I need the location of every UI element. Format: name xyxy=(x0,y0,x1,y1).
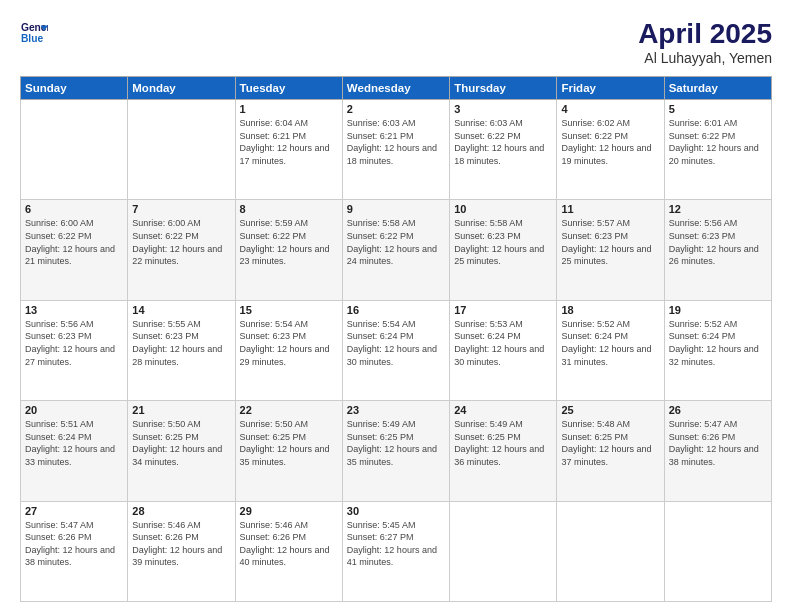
calendar-cell: 5Sunrise: 6:01 AM Sunset: 6:22 PM Daylig… xyxy=(664,100,771,200)
day-info: Sunrise: 6:03 AM Sunset: 6:21 PM Dayligh… xyxy=(347,117,445,167)
calendar-cell: 15Sunrise: 5:54 AM Sunset: 6:23 PM Dayli… xyxy=(235,300,342,400)
day-number: 12 xyxy=(669,203,767,215)
calendar-cell xyxy=(664,501,771,601)
day-number: 11 xyxy=(561,203,659,215)
calendar-body: 1Sunrise: 6:04 AM Sunset: 6:21 PM Daylig… xyxy=(21,100,772,602)
calendar-cell: 27Sunrise: 5:47 AM Sunset: 6:26 PM Dayli… xyxy=(21,501,128,601)
calendar-cell xyxy=(450,501,557,601)
svg-text:Blue: Blue xyxy=(21,33,44,44)
calendar-cell xyxy=(557,501,664,601)
calendar-cell: 2Sunrise: 6:03 AM Sunset: 6:21 PM Daylig… xyxy=(342,100,449,200)
calendar-cell: 11Sunrise: 5:57 AM Sunset: 6:23 PM Dayli… xyxy=(557,200,664,300)
day-info: Sunrise: 5:55 AM Sunset: 6:23 PM Dayligh… xyxy=(132,318,230,368)
calendar-cell: 9Sunrise: 5:58 AM Sunset: 6:22 PM Daylig… xyxy=(342,200,449,300)
day-number: 6 xyxy=(25,203,123,215)
day-number: 22 xyxy=(240,404,338,416)
day-number: 20 xyxy=(25,404,123,416)
day-number: 17 xyxy=(454,304,552,316)
day-info: Sunrise: 5:47 AM Sunset: 6:26 PM Dayligh… xyxy=(25,519,123,569)
day-info: Sunrise: 5:48 AM Sunset: 6:25 PM Dayligh… xyxy=(561,418,659,468)
calendar-cell: 18Sunrise: 5:52 AM Sunset: 6:24 PM Dayli… xyxy=(557,300,664,400)
calendar-cell: 29Sunrise: 5:46 AM Sunset: 6:26 PM Dayli… xyxy=(235,501,342,601)
day-number: 13 xyxy=(25,304,123,316)
day-info: Sunrise: 5:46 AM Sunset: 6:26 PM Dayligh… xyxy=(240,519,338,569)
day-info: Sunrise: 5:58 AM Sunset: 6:22 PM Dayligh… xyxy=(347,217,445,267)
calendar: SundayMondayTuesdayWednesdayThursdayFrid… xyxy=(20,76,772,602)
calendar-cell: 8Sunrise: 5:59 AM Sunset: 6:22 PM Daylig… xyxy=(235,200,342,300)
calendar-cell: 16Sunrise: 5:54 AM Sunset: 6:24 PM Dayli… xyxy=(342,300,449,400)
header-day-sunday: Sunday xyxy=(21,77,128,100)
calendar-cell: 12Sunrise: 5:56 AM Sunset: 6:23 PM Dayli… xyxy=(664,200,771,300)
day-info: Sunrise: 6:04 AM Sunset: 6:21 PM Dayligh… xyxy=(240,117,338,167)
day-info: Sunrise: 5:53 AM Sunset: 6:24 PM Dayligh… xyxy=(454,318,552,368)
calendar-cell: 25Sunrise: 5:48 AM Sunset: 6:25 PM Dayli… xyxy=(557,401,664,501)
week-row-3: 13Sunrise: 5:56 AM Sunset: 6:23 PM Dayli… xyxy=(21,300,772,400)
calendar-cell xyxy=(128,100,235,200)
day-info: Sunrise: 5:52 AM Sunset: 6:24 PM Dayligh… xyxy=(669,318,767,368)
day-number: 23 xyxy=(347,404,445,416)
calendar-cell xyxy=(21,100,128,200)
day-info: Sunrise: 6:00 AM Sunset: 6:22 PM Dayligh… xyxy=(132,217,230,267)
day-info: Sunrise: 6:02 AM Sunset: 6:22 PM Dayligh… xyxy=(561,117,659,167)
day-number: 5 xyxy=(669,103,767,115)
logo: General Blue xyxy=(20,18,48,46)
day-number: 16 xyxy=(347,304,445,316)
day-info: Sunrise: 5:50 AM Sunset: 6:25 PM Dayligh… xyxy=(132,418,230,468)
calendar-cell: 24Sunrise: 5:49 AM Sunset: 6:25 PM Dayli… xyxy=(450,401,557,501)
header-day-wednesday: Wednesday xyxy=(342,77,449,100)
page: General Blue April 2025 Al Luhayyah, Yem… xyxy=(0,0,792,612)
day-number: 24 xyxy=(454,404,552,416)
day-number: 14 xyxy=(132,304,230,316)
header-day-monday: Monday xyxy=(128,77,235,100)
day-info: Sunrise: 5:45 AM Sunset: 6:27 PM Dayligh… xyxy=(347,519,445,569)
week-row-2: 6Sunrise: 6:00 AM Sunset: 6:22 PM Daylig… xyxy=(21,200,772,300)
day-number: 18 xyxy=(561,304,659,316)
day-number: 8 xyxy=(240,203,338,215)
day-number: 4 xyxy=(561,103,659,115)
day-number: 9 xyxy=(347,203,445,215)
calendar-cell: 30Sunrise: 5:45 AM Sunset: 6:27 PM Dayli… xyxy=(342,501,449,601)
calendar-title: April 2025 xyxy=(638,18,772,50)
day-number: 19 xyxy=(669,304,767,316)
day-number: 21 xyxy=(132,404,230,416)
calendar-cell: 20Sunrise: 5:51 AM Sunset: 6:24 PM Dayli… xyxy=(21,401,128,501)
day-number: 15 xyxy=(240,304,338,316)
calendar-cell: 14Sunrise: 5:55 AM Sunset: 6:23 PM Dayli… xyxy=(128,300,235,400)
title-block: April 2025 Al Luhayyah, Yemen xyxy=(638,18,772,66)
day-number: 26 xyxy=(669,404,767,416)
calendar-header: SundayMondayTuesdayWednesdayThursdayFrid… xyxy=(21,77,772,100)
calendar-cell: 6Sunrise: 6:00 AM Sunset: 6:22 PM Daylig… xyxy=(21,200,128,300)
day-info: Sunrise: 5:49 AM Sunset: 6:25 PM Dayligh… xyxy=(347,418,445,468)
day-number: 27 xyxy=(25,505,123,517)
day-info: Sunrise: 6:03 AM Sunset: 6:22 PM Dayligh… xyxy=(454,117,552,167)
calendar-table: SundayMondayTuesdayWednesdayThursdayFrid… xyxy=(20,76,772,602)
day-info: Sunrise: 5:52 AM Sunset: 6:24 PM Dayligh… xyxy=(561,318,659,368)
day-info: Sunrise: 5:47 AM Sunset: 6:26 PM Dayligh… xyxy=(669,418,767,468)
day-info: Sunrise: 5:46 AM Sunset: 6:26 PM Dayligh… xyxy=(132,519,230,569)
header-row: SundayMondayTuesdayWednesdayThursdayFrid… xyxy=(21,77,772,100)
calendar-subtitle: Al Luhayyah, Yemen xyxy=(638,50,772,66)
week-row-4: 20Sunrise: 5:51 AM Sunset: 6:24 PM Dayli… xyxy=(21,401,772,501)
day-info: Sunrise: 5:57 AM Sunset: 6:23 PM Dayligh… xyxy=(561,217,659,267)
day-info: Sunrise: 5:58 AM Sunset: 6:23 PM Dayligh… xyxy=(454,217,552,267)
day-number: 28 xyxy=(132,505,230,517)
day-number: 3 xyxy=(454,103,552,115)
day-info: Sunrise: 5:56 AM Sunset: 6:23 PM Dayligh… xyxy=(25,318,123,368)
calendar-cell: 17Sunrise: 5:53 AM Sunset: 6:24 PM Dayli… xyxy=(450,300,557,400)
calendar-cell: 28Sunrise: 5:46 AM Sunset: 6:26 PM Dayli… xyxy=(128,501,235,601)
calendar-cell: 3Sunrise: 6:03 AM Sunset: 6:22 PM Daylig… xyxy=(450,100,557,200)
day-number: 30 xyxy=(347,505,445,517)
calendar-cell: 26Sunrise: 5:47 AM Sunset: 6:26 PM Dayli… xyxy=(664,401,771,501)
calendar-cell: 13Sunrise: 5:56 AM Sunset: 6:23 PM Dayli… xyxy=(21,300,128,400)
week-row-1: 1Sunrise: 6:04 AM Sunset: 6:21 PM Daylig… xyxy=(21,100,772,200)
calendar-cell: 19Sunrise: 5:52 AM Sunset: 6:24 PM Dayli… xyxy=(664,300,771,400)
day-info: Sunrise: 5:49 AM Sunset: 6:25 PM Dayligh… xyxy=(454,418,552,468)
calendar-cell: 1Sunrise: 6:04 AM Sunset: 6:21 PM Daylig… xyxy=(235,100,342,200)
calendar-cell: 22Sunrise: 5:50 AM Sunset: 6:25 PM Dayli… xyxy=(235,401,342,501)
calendar-cell: 21Sunrise: 5:50 AM Sunset: 6:25 PM Dayli… xyxy=(128,401,235,501)
header: General Blue April 2025 Al Luhayyah, Yem… xyxy=(20,18,772,66)
day-info: Sunrise: 5:59 AM Sunset: 6:22 PM Dayligh… xyxy=(240,217,338,267)
header-day-thursday: Thursday xyxy=(450,77,557,100)
day-info: Sunrise: 6:01 AM Sunset: 6:22 PM Dayligh… xyxy=(669,117,767,167)
day-info: Sunrise: 5:54 AM Sunset: 6:24 PM Dayligh… xyxy=(347,318,445,368)
